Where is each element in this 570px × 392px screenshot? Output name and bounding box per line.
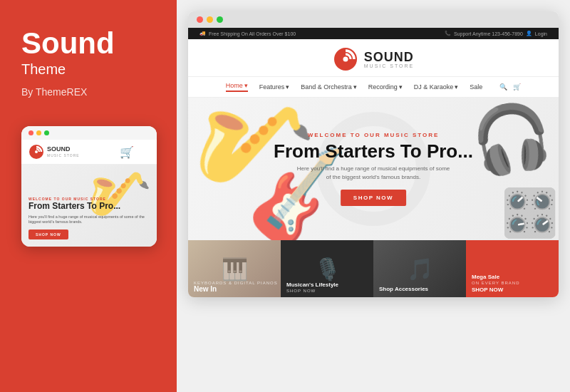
hero-dj-mixer-icon: 🎛️ (501, 186, 559, 240)
brand-subtitle: Theme (21, 61, 155, 78)
keyboard-icon: 🎹 (222, 257, 248, 282)
nav-features-label: Features (259, 83, 285, 91)
svg-point-3 (343, 57, 348, 62)
nav-item-dj[interactable]: DJ & Karaoke ▾ (414, 83, 459, 91)
brand-by: By ThemeREX (21, 86, 155, 98)
nav-item-home[interactable]: Home ▾ (226, 82, 248, 92)
mobile-body-text: Here you'll find a huge range of musical… (28, 215, 150, 225)
category-new-keyboards: New In (194, 285, 278, 293)
nav-home-chevron: ▾ (244, 82, 248, 89)
store-bar-shipping: 🚚 Free Shipping On All Orders Over $100 (200, 31, 296, 36)
nav-dj-label: DJ & Karaoke (414, 83, 454, 91)
nav-features-chevron: ▾ (286, 83, 289, 91)
mobile-nav-icons: 🛒 ☰ (120, 145, 150, 159)
category-overlay-keyboards: Keyboards & Digital Pianos New In (194, 281, 278, 293)
brand-title: Sound (21, 29, 155, 58)
category-label-lifestyle: Musican's Lifestyle (286, 282, 338, 289)
right-panel: 🚚 Free Shipping On All Orders Over $100 … (177, 0, 570, 392)
nav-item-band[interactable]: Band & Orchestra ▾ (301, 83, 357, 91)
nav-item-features[interactable]: Features ▾ (259, 83, 290, 91)
mobile-dot-yellow (36, 130, 41, 135)
category-overlay-lifestyle: Musican's Lifestyle Shop Now (286, 282, 338, 293)
cart-icon: 🛒 (120, 145, 134, 159)
store-logo-text: SOUND MUSIC STORE (364, 51, 415, 68)
category-overlay-accessories: Shop Accessories (379, 286, 428, 293)
store-header: SOUND MUSIC STORE (188, 39, 559, 77)
category-sub-lifestyle: Shop Now (286, 289, 338, 293)
hero-body-line1: Here you'll find a huge range of musical… (274, 165, 473, 183)
mobile-top-bar (21, 126, 157, 140)
category-card-sale[interactable]: Mega Sale On Every Brand SHOP NOW (466, 240, 559, 297)
nav-band-label: Band & Orchestra (301, 83, 352, 91)
mobile-hero-content: WELCOME TO OUR MUSIC STORE From Starters… (28, 197, 150, 239)
store-categories: 🎹 Keyboards & Digital Pianos New In 🎙️ M… (188, 240, 559, 297)
desktop-top-bar (188, 11, 559, 28)
hero-welcome-text: WELCOME TO OUR MUSIC STORE (274, 132, 473, 138)
cart-nav-icon[interactable]: 🛒 (513, 83, 521, 91)
left-panel: Sound Theme By ThemeREX SOUND MUSIC STOR… (0, 0, 177, 392)
store-nav: Home ▾ Features ▾ Band & Orchestra ▾ Rec… (188, 77, 559, 98)
accessories-icon: 🎵 (407, 257, 433, 282)
mobile-logo-icon (28, 144, 44, 160)
category-label-accessories: Shop Accessories (379, 286, 428, 293)
mobile-logo-text: SOUND (47, 146, 80, 153)
hero-content: WELCOME TO OUR MUSIC STORE From Starters… (274, 132, 473, 206)
svg-point-1 (35, 150, 38, 153)
category-card-lifestyle[interactable]: 🎙️ Musican's Lifestyle Shop Now (281, 240, 373, 297)
login-text: Login (535, 31, 547, 36)
nav-item-recording[interactable]: Recording ▾ (368, 83, 403, 91)
desktop-dot-red (197, 16, 203, 23)
nav-band-chevron: ▾ (353, 83, 357, 91)
nav-sale-label: Sale (470, 83, 482, 91)
nav-recording-chevron: ▾ (399, 83, 403, 91)
category-shopnow-sale: SHOP NOW (472, 287, 519, 293)
mobile-nav: SOUND MUSIC STORE 🛒 ☰ (21, 140, 157, 165)
mobile-headline: From Starters To Pro... (28, 201, 150, 211)
store-tagline: MUSIC STORE (364, 63, 415, 68)
mobile-hero: 🎷 WELCOME TO OUR MUSIC STORE From Starte… (21, 165, 157, 247)
search-icon[interactable]: 🔍 (499, 83, 507, 91)
mobile-dot-green (44, 130, 49, 135)
store-logo-svg (333, 46, 358, 72)
category-label-sale: Mega Sale (472, 274, 519, 281)
category-card-accessories[interactable]: 🎵 Shop Accessories (373, 240, 466, 297)
mobile-logo: SOUND MUSIC STORE (28, 144, 80, 160)
store-info-bar: 🚚 Free Shipping On All Orders Over $100 … (188, 28, 559, 39)
store-name: SOUND (364, 51, 415, 63)
category-overlay-sale: Mega Sale On Every Brand SHOP NOW (472, 274, 519, 293)
category-sub-sale: On Every Brand (472, 281, 519, 285)
menu-icon: ☰ (140, 145, 150, 159)
truck-icon: 🚚 (200, 31, 206, 36)
mobile-dot-red (28, 130, 33, 135)
nav-utility-icons: 🔍 🛒 (499, 83, 521, 91)
category-card-keyboards[interactable]: 🎹 Keyboards & Digital Pianos New In (188, 240, 281, 297)
shipping-text: Free Shipping On All Orders Over $100 (209, 31, 296, 36)
hero-headline: From Starters To Pro... (274, 141, 473, 162)
desktop-dot-green (217, 16, 223, 23)
phone-icon: 📞 (445, 31, 451, 36)
hero-headphones-icon: 🎧 (466, 98, 558, 182)
store-bar-support: 📞 Support Anytime 123-456-7890 👤 Login (445, 31, 547, 36)
nav-home-label: Home (226, 82, 243, 89)
user-icon: 👤 (526, 31, 532, 36)
nav-item-sale[interactable]: Sale (470, 83, 482, 91)
desktop-mockup: 🚚 Free Shipping On All Orders Over $100 … (188, 11, 559, 297)
mobile-mockup: SOUND MUSIC STORE 🛒 ☰ 🎷 WELCOME TO OUR M… (21, 126, 157, 247)
support-text: Support Anytime 123-456-7890 (454, 31, 523, 36)
mobile-shop-now-button[interactable]: SHOP NOW (28, 229, 68, 239)
desktop-dot-yellow (207, 16, 213, 23)
nav-recording-label: Recording (368, 83, 398, 91)
store-hero: 🎷 🎸 🎧 🎛️ WELCOME TO OUR MUSIC STORE From… (188, 98, 559, 240)
hero-shop-now-button[interactable]: SHOP NOW (341, 190, 406, 206)
nav-dj-chevron: ▾ (455, 83, 458, 91)
mobile-logo-sub: MUSIC STORE (47, 153, 80, 158)
lifestyle-icon: 🎙️ (314, 257, 341, 282)
